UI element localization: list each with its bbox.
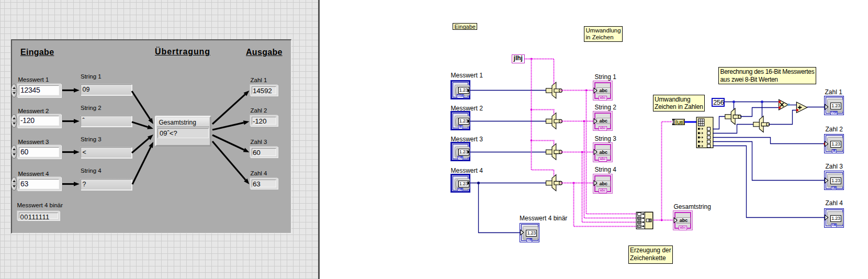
svg-text:[U8]: [U8] xyxy=(675,119,684,125)
